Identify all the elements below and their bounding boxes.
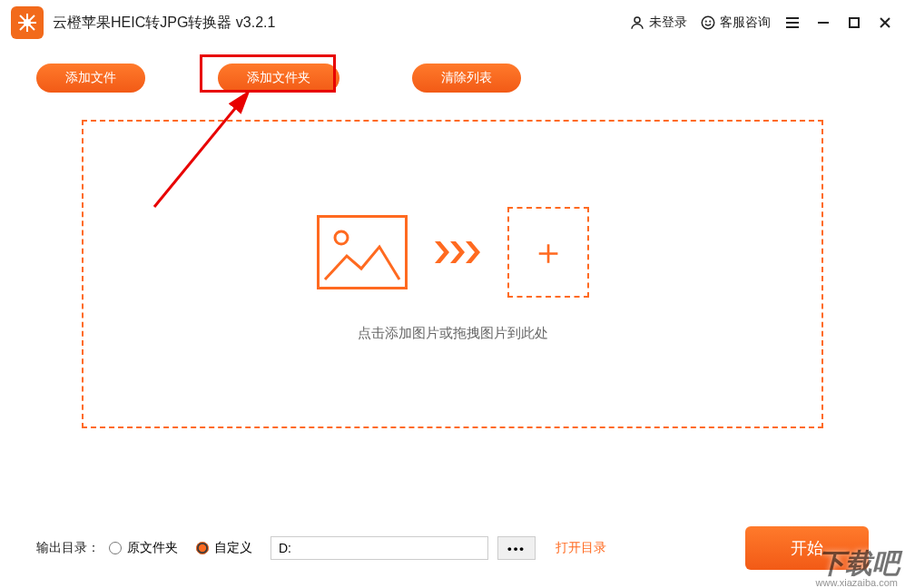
clear-list-button[interactable]: 清除列表 [412,64,521,93]
footer: 输出目录： 原文件夹 自定义 ••• 打开目录 开始 [0,526,905,570]
titlebar: 云橙苹果HEIC转JPG转换器 v3.2.1 未登录 客服咨询 [0,0,905,45]
dropzone-container: ＋ 点击添加图片或拖拽图片到此处 [0,102,905,428]
add-file-button[interactable]: 添加文件 [36,64,145,93]
watermark-subtext: www.xiazaiba.com [816,577,898,588]
menu-button[interactable] [783,14,802,32]
svg-rect-5 [850,18,859,27]
output-path-input[interactable] [271,536,488,560]
plus-icon: ＋ [530,227,566,277]
radio-original-label: 原文件夹 [127,540,178,556]
maximize-button[interactable] [845,14,863,32]
radio-original-folder[interactable]: 原文件夹 [109,540,178,556]
svg-point-4 [710,21,711,22]
radio-custom-input[interactable] [196,542,209,554]
support-label: 客服咨询 [720,15,771,31]
app-logo-icon [11,6,44,39]
radio-custom-label: 自定义 [214,540,252,556]
radio-custom-folder[interactable]: 自定义 [196,540,252,556]
dropzone-hint: 点击添加图片或拖拽图片到此处 [358,325,548,342]
svg-point-3 [705,21,706,22]
titlebar-right: 未登录 客服咨询 [629,14,894,32]
app-title: 云橙苹果HEIC转JPG转换器 v3.2.1 [53,14,275,33]
support-button[interactable]: 客服咨询 [700,15,771,31]
login-status-label: 未登录 [649,15,687,31]
add-target-icon: ＋ [507,207,589,298]
dropzone-graphics: ＋ [317,207,589,298]
toolbar: 添加文件 添加文件夹 清除列表 [0,45,905,102]
minimize-icon [816,15,831,30]
titlebar-left: 云橙苹果HEIC转JPG转换器 v3.2.1 [11,6,275,39]
add-folder-button[interactable]: 添加文件夹 [218,64,339,93]
maximize-icon [848,16,861,29]
smile-icon [700,15,716,31]
image-placeholder-icon [317,215,408,289]
svg-point-7 [335,231,348,244]
close-button[interactable] [876,14,894,32]
browse-button[interactable]: ••• [497,536,536,560]
svg-point-1 [634,17,640,23]
output-dir-label: 输出目录： [36,540,100,556]
svg-point-2 [702,16,714,29]
dropzone[interactable]: ＋ 点击添加图片或拖拽图片到此处 [82,120,823,428]
open-dir-link[interactable]: 打开目录 [556,540,606,556]
radio-original-input[interactable] [109,542,122,554]
hamburger-icon [784,15,801,31]
user-icon [629,15,645,31]
arrows-icon [435,239,480,266]
start-button[interactable]: 开始 [745,526,869,570]
login-status-button[interactable]: 未登录 [629,15,687,31]
close-icon [878,15,892,30]
minimize-button[interactable] [814,14,832,32]
